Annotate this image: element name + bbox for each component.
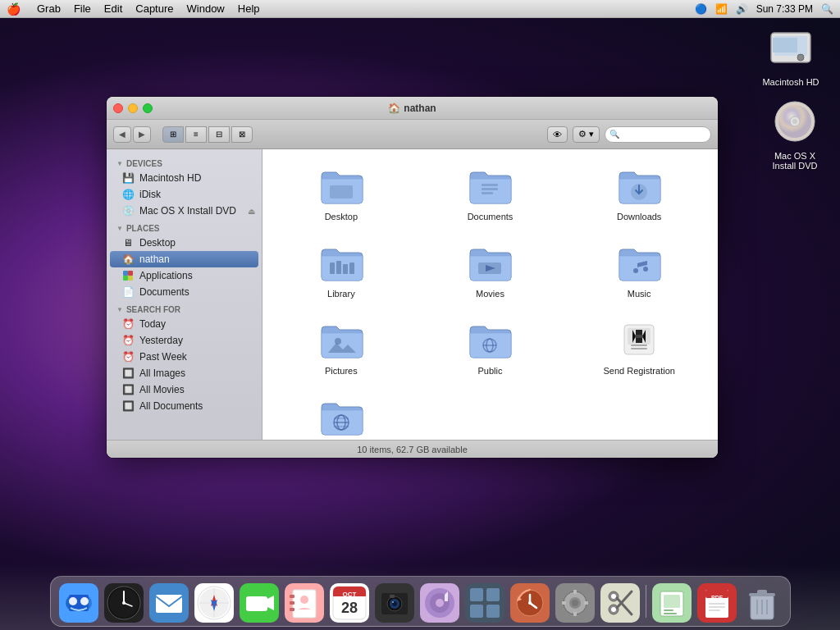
dock-item-pdf[interactable]: PDF — [696, 580, 738, 623]
svg-rect-70 — [290, 608, 294, 611]
action-button[interactable]: ⚙ ▾ — [573, 126, 600, 143]
menu-help[interactable]: Help — [238, 2, 260, 15]
dock-item-finder[interactable] — [57, 580, 100, 623]
menubar-right: 🔵 📶 🔊 Sun 7:33 PM 🔍 — [695, 3, 833, 15]
file-item-public[interactable]: Public — [420, 312, 561, 381]
sidebar-item-desktop[interactable]: 🖥 Desktop — [107, 235, 262, 251]
forward-button[interactable]: ▶ — [133, 126, 151, 143]
music-folder-icon — [616, 240, 662, 285]
svg-point-110 — [611, 607, 616, 612]
movies-folder-icon — [467, 240, 513, 285]
desktop-dvd-icon[interactable]: Mac OS X Install DVD — [762, 98, 828, 171]
menu-edit[interactable]: Edit — [104, 2, 122, 15]
library-folder-icon — [318, 240, 364, 285]
sidebar-item-all-documents[interactable]: 🔲 All Documents — [107, 398, 262, 414]
file-item-library[interactable]: Library — [271, 235, 412, 304]
sidebar-item-past-week[interactable]: ⏰ Past Week — [107, 349, 262, 365]
sidebar-item-macintosh-hd[interactable]: 💾 Macintosh HD — [107, 170, 262, 186]
apple-menu[interactable]: 🍎 — [7, 2, 21, 16]
dock-item-spaces[interactable] — [463, 580, 506, 623]
places-triangle[interactable]: ▼ — [116, 225, 123, 232]
dock-item-preview[interactable] — [651, 580, 693, 623]
window-minimize-button[interactable] — [128, 103, 138, 113]
dock-item-time-machine[interactable] — [509, 580, 551, 623]
volume-icon[interactable]: 🔊 — [736, 3, 748, 15]
file-item-sites[interactable]: Sites — [271, 389, 412, 440]
itunes-dock-icon — [420, 583, 459, 623]
dock-item-ical[interactable]: 28 OCT — [328, 580, 371, 623]
sidebar-item-documents[interactable]: 📄 Documents — [107, 284, 262, 300]
file-item-pictures[interactable]: Pictures — [271, 312, 412, 381]
clock: Sun 7:33 PM — [756, 3, 813, 15]
sidebar-item-all-images[interactable]: 🔲 All Images — [107, 365, 262, 381]
svg-rect-31 — [631, 345, 647, 346]
downloads-label: Downloads — [617, 212, 661, 221]
documents-folder-icon — [467, 162, 513, 208]
file-item-movies[interactable]: Movies — [420, 235, 561, 304]
file-item-music[interactable]: Music — [568, 235, 710, 304]
dock-item-safari[interactable] — [193, 580, 235, 623]
sidebar-item-today[interactable]: ⏰ Today — [107, 316, 262, 332]
desktop-hd-icon[interactable]: Macintosh HD — [758, 25, 824, 87]
svg-text:OCT: OCT — [342, 591, 356, 598]
column-view-button[interactable]: ⊟ — [208, 126, 230, 143]
dock-item-facetime[interactable] — [238, 580, 281, 623]
sidebar-item-applications[interactable]: Applications — [107, 267, 262, 284]
svg-rect-13 — [482, 184, 498, 186]
dock-item-trash[interactable] — [741, 580, 783, 623]
menu-window[interactable]: Window — [187, 2, 225, 15]
devices-triangle[interactable]: ▼ — [116, 160, 123, 167]
sidebar-item-yesterday[interactable]: ⏰ Yesterday — [107, 332, 262, 349]
file-item-downloads[interactable]: Downloads — [568, 158, 710, 226]
cover-flow-button[interactable]: ⊠ — [231, 126, 253, 143]
back-button[interactable]: ◀ — [113, 126, 131, 143]
public-label: Public — [478, 366, 503, 376]
file-item-documents[interactable]: Documents — [420, 158, 561, 226]
dock-item-address-book[interactable] — [283, 580, 326, 623]
file-item-send-registration[interactable]: Send Registration — [568, 312, 710, 381]
search-wrapper: 🔍 — [605, 126, 711, 143]
sidebar-item-idisk[interactable]: 🌐 iDisk — [107, 186, 262, 203]
bluetooth-icon[interactable]: 🔵 — [695, 3, 707, 15]
wifi-icon[interactable]: 📶 — [715, 3, 728, 15]
svg-rect-55 — [156, 595, 182, 613]
dock-item-system-prefs[interactable] — [554, 580, 596, 623]
svg-rect-32 — [631, 348, 647, 349]
icon-view-button[interactable]: ⊞ — [162, 126, 184, 143]
menu-grab[interactable]: Grab — [37, 2, 61, 15]
menu-file[interactable]: File — [74, 2, 91, 15]
file-item-desktop[interactable]: Desktop — [271, 158, 412, 226]
window-maximize-button[interactable] — [143, 103, 153, 113]
all-documents-icon: 🔲 — [121, 399, 135, 413]
sidebar-item-install-dvd[interactable]: 💿 Mac OS X Install DVD ⏏ — [107, 203, 262, 219]
dock-item-mail[interactable] — [148, 580, 190, 623]
dock-item-photo-booth[interactable] — [373, 580, 416, 623]
dock-item-clock[interactable] — [103, 580, 145, 623]
quick-look-button[interactable]: 👁 — [547, 126, 568, 143]
places-header: ▼ PLACES — [107, 219, 262, 235]
svg-point-23 — [633, 268, 638, 273]
dock-item-itunes[interactable] — [418, 580, 461, 623]
svg-rect-124 — [709, 609, 720, 611]
address-book-dock-icon — [285, 583, 324, 623]
svg-rect-19 — [343, 264, 348, 274]
sidebar-item-nathan[interactable]: 🏠 nathan — [110, 251, 258, 267]
search-triangle[interactable]: ▼ — [116, 306, 123, 313]
search-header: ▼ SEARCH FOR — [107, 300, 262, 316]
search-input[interactable] — [605, 126, 711, 143]
svg-rect-105 — [584, 601, 588, 605]
window-close-button[interactable] — [113, 103, 123, 113]
home-sidebar-icon: 🏠 — [121, 253, 135, 266]
send-registration-icon — [616, 317, 662, 363]
dock-item-scissors[interactable] — [599, 580, 641, 623]
dock-inner: 28 OCT — [50, 576, 791, 627]
ical-dock-icon: 28 OCT — [330, 583, 369, 623]
finder-window: 🏠 nathan ◀ ▶ ⊞ ≡ ⊟ ⊠ 👁 ⚙ ▾ 🔍 ▼ DEVICE — [107, 97, 718, 458]
svg-rect-127 — [757, 590, 767, 595]
sidebar-item-all-movies[interactable]: 🔲 All Movies — [107, 381, 262, 398]
svg-rect-18 — [336, 261, 341, 274]
menu-capture[interactable]: Capture — [135, 2, 173, 15]
spotlight-icon[interactable]: 🔍 — [821, 3, 833, 15]
list-view-button[interactable]: ≡ — [185, 126, 207, 143]
dvd-label: Mac OS X Install DVD — [762, 151, 828, 171]
